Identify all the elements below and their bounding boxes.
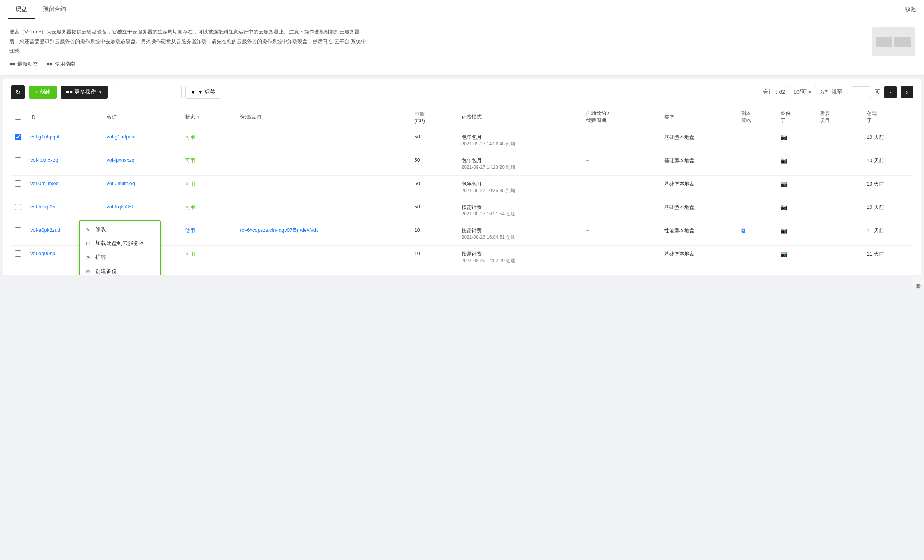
auto-renew-cell: – xyxy=(582,176,661,199)
project-cell xyxy=(816,222,863,246)
col-type: 类型 xyxy=(660,105,737,129)
tag-filter-label: ▼ 标签 xyxy=(198,89,216,96)
more-actions-arrow-icon: ▼ xyxy=(98,90,102,94)
col-project: 所属项目 xyxy=(816,105,863,129)
disk-name-link[interactable]: vol-0mjimjeq xyxy=(107,180,135,186)
disk-id-link[interactable]: vol-0mjimjeq xyxy=(30,180,59,186)
auto-renew-cell: – xyxy=(582,246,661,269)
disk-id-link[interactable]: vol-lpxnxxzq xyxy=(30,157,58,163)
billing-cell: 按需计费2021-08-27 10:21:54 创建 xyxy=(458,199,582,222)
backup-policy-cell xyxy=(737,129,777,152)
resource-cell xyxy=(236,152,410,176)
created-cell: 11 天前 xyxy=(863,222,913,246)
capacity-cell: 50 xyxy=(411,152,458,176)
disk-id-link[interactable]: vol-oq90npl1 xyxy=(30,250,59,256)
goto-label: 跳至： xyxy=(831,89,848,96)
latest-news-link[interactable]: ■■ 最新动态 xyxy=(9,61,38,68)
auto-renew-cell: – xyxy=(582,152,661,176)
guide-icon: ■■ xyxy=(47,61,53,67)
create-button[interactable]: + 创建 xyxy=(29,86,57,99)
billing-cell: 包年包月2021-09-27 10:35:35 到期 xyxy=(458,176,582,199)
row-checkbox[interactable] xyxy=(15,180,21,187)
disk-name-link[interactable]: vol-lpxnxxzq xyxy=(107,157,135,163)
auto-renew-cell: – xyxy=(582,222,661,246)
page-current: 2/7 xyxy=(820,89,828,95)
tab-reservation[interactable]: 预留合约 xyxy=(35,0,74,19)
tag-filter-button[interactable]: ▼ ▼ 标签 xyxy=(186,86,221,99)
resource-cell xyxy=(236,129,410,152)
usage-guide-link[interactable]: ■■ 使用指南 xyxy=(47,61,75,68)
auto-renew-cell: – xyxy=(582,129,661,152)
page-goto-input[interactable] xyxy=(852,86,871,98)
project-cell xyxy=(816,176,863,199)
disk-id-link[interactable]: vol-g1n8pqsl xyxy=(30,134,59,140)
col-resource: 资源/盘符 xyxy=(236,105,410,129)
table-container: ID 名称 状态 ▼ 资源/盘符 容量(GB) 计费模式 自动续约 /续费周期 … xyxy=(11,105,913,269)
menu-item-modify[interactable]: ✎ 修改 xyxy=(80,222,160,236)
col-id: ID xyxy=(26,105,103,129)
created-cell: 11 天前 xyxy=(863,246,913,269)
camera-icon[interactable]: 📷 xyxy=(780,157,788,164)
resource-cell xyxy=(236,246,410,269)
copy-icon[interactable]: ⧉ xyxy=(741,227,746,234)
col-auto-renew: 自动续约 /续费周期 xyxy=(582,105,661,129)
camera-icon[interactable]: 📷 xyxy=(780,250,788,257)
status-badge: 可用 xyxy=(185,251,195,257)
table-row: vol-g1n8pqslvol-g1n8pqsl可用50包年包月2021-09-… xyxy=(11,129,913,152)
type-cell: 基础型本地盘 xyxy=(660,246,737,269)
modify-icon: ✎ xyxy=(86,227,92,233)
main-section: ↻ + 创建 ■■ 更多操作 ▼ ▼ ▼ 标签 合计：62 10/页 ▼ 2/7… xyxy=(3,79,921,275)
disk-name-link[interactable]: vol-g1n8pqsl xyxy=(107,134,135,140)
camera-icon[interactable]: 📷 xyxy=(780,204,788,210)
refresh-button[interactable]: ↻ xyxy=(11,85,25,99)
backup-policy-cell xyxy=(737,176,777,199)
project-cell xyxy=(816,246,863,269)
status-badge: 可用 xyxy=(185,204,195,210)
created-cell: 10 天前 xyxy=(863,199,913,222)
row-checkbox[interactable] xyxy=(15,204,21,210)
row-checkbox[interactable] xyxy=(15,227,21,233)
capacity-cell: 50 xyxy=(411,129,458,152)
backup-icon: ⊙ xyxy=(86,269,92,275)
table-row: vol-lpxnxxzqvol-lpxnxxzq可用50包年包月2021-09-… xyxy=(11,152,913,176)
info-section: 硬盘（Volume）为云服务器提供云硬盘设备，它独立于云服务器的生命周期而存在，… xyxy=(0,19,924,76)
search-input[interactable] xyxy=(112,86,182,98)
news-icon: ■■ xyxy=(9,61,15,67)
status-badge: 使用 xyxy=(185,228,195,233)
resource-cell xyxy=(236,176,410,199)
type-cell: 基础型本地盘 xyxy=(660,199,737,222)
camera-icon[interactable]: 📷 xyxy=(780,134,788,140)
per-page-selector[interactable]: 10/页 ▼ xyxy=(789,86,816,98)
capacity-cell: 50 xyxy=(411,176,458,199)
capacity-cell: 50 xyxy=(411,199,458,222)
info-thumbnail xyxy=(872,27,915,56)
resource-link[interactable]: (cl-6xcopszs.cln-iqgv07f5) xyxy=(240,227,298,233)
camera-icon[interactable]: 📷 xyxy=(780,180,788,187)
select-all-checkbox[interactable] xyxy=(15,114,21,120)
row-checkbox[interactable] xyxy=(15,157,21,163)
status-badge: 可用 xyxy=(185,134,195,140)
next-page-button[interactable]: › xyxy=(901,86,913,98)
top-tabs-bar: 硬盘 预留合约 收起 xyxy=(0,0,924,19)
context-menu: ✎ 修改 ☐ 加载硬盘到云服务器 ⚙ 扩容 xyxy=(79,220,161,275)
col-status: 状态 ▼ xyxy=(181,105,236,129)
tab-disk[interactable]: 硬盘 xyxy=(8,0,35,19)
menu-item-backup[interactable]: ⊙ 创建备份 xyxy=(80,264,160,275)
camera-icon[interactable]: 📷 xyxy=(780,227,788,234)
row-checkbox[interactable] xyxy=(15,134,21,140)
more-actions-button[interactable]: ■■ 更多操作 ▼ xyxy=(61,86,108,99)
menu-item-expand[interactable]: ⚙ 扩容 xyxy=(80,250,160,264)
menu-item-attach[interactable]: ☐ 加载硬盘到云服务器 xyxy=(80,236,160,250)
col-capacity: 容量(GB) xyxy=(411,105,458,129)
prev-page-button[interactable]: ‹ xyxy=(884,86,897,98)
disk-id-link[interactable]: vol-a0pk2zud xyxy=(30,227,60,233)
project-cell xyxy=(816,129,863,152)
disk-name-link[interactable]: vol-frqkp35l xyxy=(107,204,133,210)
row-checkbox[interactable] xyxy=(15,250,21,257)
disk-id-link[interactable]: vol-frqkp35l xyxy=(30,204,56,210)
device-path: /dev/vdc xyxy=(300,227,318,233)
collapse-button[interactable]: 收起 xyxy=(905,6,916,13)
billing-cell: 按需计费2021-08-26 16:04:51 创建 xyxy=(458,222,582,246)
page-container: 硬盘 预留合约 收起 硬盘（Volume）为云服务器提供云硬盘设备，它独立于云服… xyxy=(0,0,924,275)
auto-renew-cell: – xyxy=(582,199,661,222)
